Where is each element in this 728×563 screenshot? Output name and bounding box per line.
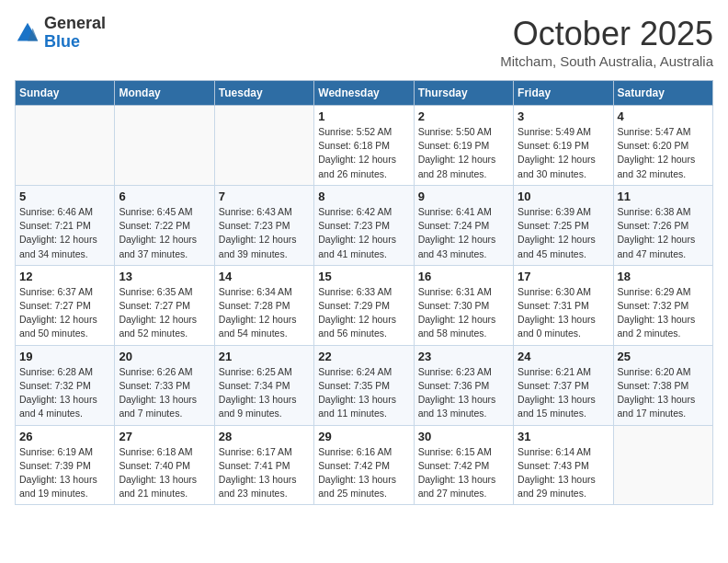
day-number: 17 [518, 270, 609, 283]
day-info: Sunrise: 6:15 AM Sunset: 7:42 PM Dayligh… [418, 445, 509, 501]
day-info: Sunrise: 6:41 AM Sunset: 7:24 PM Dayligh… [418, 205, 509, 261]
calendar-table: SundayMondayTuesdayWednesdayThursdayFrid… [15, 80, 713, 505]
day-number: 20 [119, 350, 210, 363]
day-info: Sunrise: 6:25 AM Sunset: 7:34 PM Dayligh… [219, 365, 310, 421]
calendar-cell: 24Sunrise: 6:21 AM Sunset: 7:37 PM Dayli… [514, 345, 613, 425]
calendar-cell: 27Sunrise: 6:18 AM Sunset: 7:40 PM Dayli… [115, 425, 214, 505]
logo-text: General Blue [44, 15, 106, 52]
calendar-cell: 31Sunrise: 6:14 AM Sunset: 7:43 PM Dayli… [514, 425, 613, 505]
day-info: Sunrise: 6:19 AM Sunset: 7:39 PM Dayligh… [19, 445, 110, 501]
calendar-cell: 11Sunrise: 6:38 AM Sunset: 7:26 PM Dayli… [613, 185, 712, 265]
day-info: Sunrise: 6:28 AM Sunset: 7:32 PM Dayligh… [19, 365, 110, 421]
day-number: 28 [219, 430, 310, 443]
calendar-header-saturday: Saturday [613, 81, 712, 106]
calendar-header-sunday: Sunday [16, 81, 115, 106]
day-info: Sunrise: 6:31 AM Sunset: 7:30 PM Dayligh… [418, 285, 509, 341]
calendar-cell: 6Sunrise: 6:45 AM Sunset: 7:22 PM Daylig… [115, 185, 214, 265]
day-number: 26 [19, 430, 110, 443]
calendar-header-thursday: Thursday [414, 81, 513, 106]
calendar-cell [214, 106, 313, 186]
day-info: Sunrise: 5:50 AM Sunset: 6:19 PM Dayligh… [418, 125, 509, 181]
day-number: 8 [318, 190, 409, 203]
calendar-header-row: SundayMondayTuesdayWednesdayThursdayFrid… [16, 81, 713, 106]
calendar-cell: 13Sunrise: 6:35 AM Sunset: 7:27 PM Dayli… [115, 265, 214, 345]
day-info: Sunrise: 6:29 AM Sunset: 7:32 PM Dayligh… [618, 285, 709, 341]
calendar-cell: 15Sunrise: 6:33 AM Sunset: 7:29 PM Dayli… [314, 265, 414, 345]
day-info: Sunrise: 6:23 AM Sunset: 7:36 PM Dayligh… [418, 365, 509, 421]
calendar-cell: 23Sunrise: 6:23 AM Sunset: 7:36 PM Dayli… [414, 345, 513, 425]
calendar-cell: 9Sunrise: 6:41 AM Sunset: 7:24 PM Daylig… [414, 185, 513, 265]
day-number: 4 [618, 109, 709, 123]
day-info: Sunrise: 5:52 AM Sunset: 6:18 PM Dayligh… [318, 125, 409, 181]
day-info: Sunrise: 6:16 AM Sunset: 7:42 PM Dayligh… [318, 445, 409, 501]
day-number: 21 [219, 350, 310, 363]
calendar-cell: 12Sunrise: 6:37 AM Sunset: 7:27 PM Dayli… [16, 265, 115, 345]
day-info: Sunrise: 6:26 AM Sunset: 7:33 PM Dayligh… [119, 365, 210, 421]
calendar-cell: 7Sunrise: 6:43 AM Sunset: 7:23 PM Daylig… [214, 185, 313, 265]
calendar-cell: 28Sunrise: 6:17 AM Sunset: 7:41 PM Dayli… [214, 425, 313, 505]
calendar-cell: 20Sunrise: 6:26 AM Sunset: 7:33 PM Dayli… [115, 345, 214, 425]
day-number: 14 [219, 270, 310, 283]
day-info: Sunrise: 6:46 AM Sunset: 7:21 PM Dayligh… [19, 205, 110, 261]
calendar-cell: 26Sunrise: 6:19 AM Sunset: 7:39 PM Dayli… [16, 425, 115, 505]
calendar-cell: 16Sunrise: 6:31 AM Sunset: 7:30 PM Dayli… [414, 265, 513, 345]
calendar-cell: 14Sunrise: 6:34 AM Sunset: 7:28 PM Dayli… [214, 265, 313, 345]
day-number: 10 [518, 190, 609, 203]
calendar-header-monday: Monday [115, 81, 214, 106]
calendar-header-tuesday: Tuesday [214, 81, 313, 106]
day-number: 2 [418, 109, 509, 123]
calendar-cell: 3Sunrise: 5:49 AM Sunset: 6:19 PM Daylig… [514, 106, 613, 186]
calendar-cell: 5Sunrise: 6:46 AM Sunset: 7:21 PM Daylig… [16, 185, 115, 265]
month-title: October 2025 [500, 15, 713, 53]
day-number: 23 [418, 350, 509, 363]
logo-blue-text: Blue [44, 33, 106, 52]
calendar-header-wednesday: Wednesday [314, 81, 414, 106]
page-header: General Blue October 2025 Mitcham, South… [15, 15, 713, 69]
calendar-cell [16, 106, 115, 186]
calendar-cell: 1Sunrise: 5:52 AM Sunset: 6:18 PM Daylig… [314, 106, 414, 186]
calendar-week-1: 1Sunrise: 5:52 AM Sunset: 6:18 PM Daylig… [16, 106, 713, 186]
calendar-week-4: 19Sunrise: 6:28 AM Sunset: 7:32 PM Dayli… [16, 345, 713, 425]
calendar-cell: 19Sunrise: 6:28 AM Sunset: 7:32 PM Dayli… [16, 345, 115, 425]
calendar-cell: 25Sunrise: 6:20 AM Sunset: 7:38 PM Dayli… [613, 345, 712, 425]
calendar-cell: 2Sunrise: 5:50 AM Sunset: 6:19 PM Daylig… [414, 106, 513, 186]
day-info: Sunrise: 6:24 AM Sunset: 7:35 PM Dayligh… [318, 365, 409, 421]
day-info: Sunrise: 6:18 AM Sunset: 7:40 PM Dayligh… [119, 445, 210, 501]
day-number: 7 [219, 190, 310, 203]
calendar-week-2: 5Sunrise: 6:46 AM Sunset: 7:21 PM Daylig… [16, 185, 713, 265]
calendar-header-friday: Friday [514, 81, 613, 106]
day-number: 13 [119, 270, 210, 283]
day-info: Sunrise: 6:45 AM Sunset: 7:22 PM Dayligh… [119, 205, 210, 261]
day-info: Sunrise: 6:37 AM Sunset: 7:27 PM Dayligh… [19, 285, 110, 341]
calendar-week-5: 26Sunrise: 6:19 AM Sunset: 7:39 PM Dayli… [16, 425, 713, 505]
title-section: October 2025 Mitcham, South Australia, A… [500, 15, 713, 69]
day-number: 16 [418, 270, 509, 283]
calendar-cell: 8Sunrise: 6:42 AM Sunset: 7:23 PM Daylig… [314, 185, 414, 265]
logo-icon [15, 20, 40, 46]
day-number: 9 [418, 190, 509, 203]
day-number: 5 [19, 190, 110, 203]
calendar-cell: 22Sunrise: 6:24 AM Sunset: 7:35 PM Dayli… [314, 345, 414, 425]
day-number: 11 [618, 190, 709, 203]
calendar-cell: 29Sunrise: 6:16 AM Sunset: 7:42 PM Dayli… [314, 425, 414, 505]
day-number: 27 [119, 430, 210, 443]
calendar-cell: 30Sunrise: 6:15 AM Sunset: 7:42 PM Dayli… [414, 425, 513, 505]
day-info: Sunrise: 6:30 AM Sunset: 7:31 PM Dayligh… [518, 285, 609, 341]
day-info: Sunrise: 6:17 AM Sunset: 7:41 PM Dayligh… [219, 445, 310, 501]
day-info: Sunrise: 6:34 AM Sunset: 7:28 PM Dayligh… [219, 285, 310, 341]
day-info: Sunrise: 6:42 AM Sunset: 7:23 PM Dayligh… [318, 205, 409, 261]
day-number: 24 [518, 350, 609, 363]
day-number: 6 [119, 190, 210, 203]
day-number: 12 [19, 270, 110, 283]
day-info: Sunrise: 6:14 AM Sunset: 7:43 PM Dayligh… [518, 445, 609, 501]
calendar-cell: 18Sunrise: 6:29 AM Sunset: 7:32 PM Dayli… [613, 265, 712, 345]
calendar-cell: 21Sunrise: 6:25 AM Sunset: 7:34 PM Dayli… [214, 345, 313, 425]
calendar-week-3: 12Sunrise: 6:37 AM Sunset: 7:27 PM Dayli… [16, 265, 713, 345]
day-info: Sunrise: 6:39 AM Sunset: 7:25 PM Dayligh… [518, 205, 609, 261]
day-number: 31 [518, 430, 609, 443]
location-title: Mitcham, South Australia, Australia [500, 53, 713, 69]
calendar-cell: 10Sunrise: 6:39 AM Sunset: 7:25 PM Dayli… [514, 185, 613, 265]
day-info: Sunrise: 6:43 AM Sunset: 7:23 PM Dayligh… [219, 205, 310, 261]
day-number: 15 [318, 270, 409, 283]
day-info: Sunrise: 5:49 AM Sunset: 6:19 PM Dayligh… [518, 125, 609, 181]
